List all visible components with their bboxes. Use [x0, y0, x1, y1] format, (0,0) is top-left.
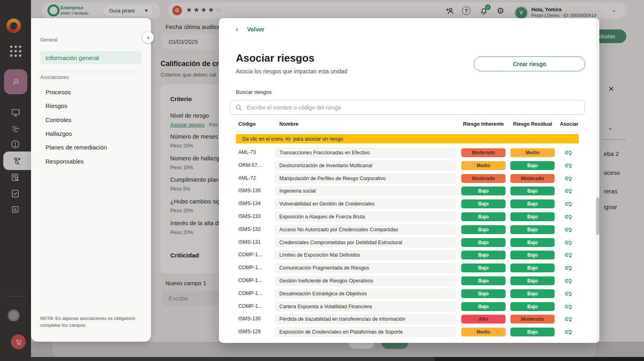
residual-risk-badge: Bajo [510, 161, 555, 170]
associate-risk-button[interactable] [559, 199, 577, 209]
risk-code: ISMS-129 [238, 329, 274, 334]
banner-text-post: para asociar un riesgo [293, 136, 343, 142]
associate-risk-button[interactable] [559, 314, 577, 324]
table-header: Código Nombre Riesgo Inherente Riesgo Re… [236, 121, 579, 132]
add-link-icon [564, 251, 572, 259]
associate-risk-button[interactable] [559, 250, 577, 260]
risk-name: Cartera Expuesta a Volatilidad Financier… [275, 301, 456, 312]
associate-risk-button[interactable] [559, 186, 577, 196]
residual-risk-badge: Bajo [510, 251, 555, 259]
risk-code: COMP-1... [238, 265, 274, 270]
search-label: Buscar riesgos [236, 89, 272, 95]
create-risk-button[interactable]: Crear riesgo [474, 56, 585, 71]
risk-code: COMP-1... [238, 278, 274, 283]
risk-table-body: AML-73Transacciones Fraccionadas en Efec… [236, 146, 579, 338]
residual-risk-badge: Bajo [510, 225, 555, 234]
panel-collapse-button[interactable]: ‹ [142, 32, 154, 43]
residual-risk-badge: Bajo [510, 302, 555, 311]
residual-risk-badge: Moderado [510, 315, 555, 324]
risk-code: ISMS-131 [238, 239, 274, 245]
add-link-icon [564, 213, 572, 221]
associate-risk-button[interactable] [559, 212, 577, 222]
sidebar-item-responsables[interactable]: Responsables [45, 158, 84, 165]
associate-risk-button[interactable] [559, 263, 577, 273]
risk-code: ISMS-133 [238, 214, 274, 219]
associate-risk-button[interactable] [559, 276, 577, 286]
risk-code: AML-73 [238, 149, 274, 155]
inherent-risk-badge: Medio [461, 161, 506, 170]
inherent-risk-badge: Bajo [461, 251, 506, 259]
table-row: ISMS-132Acceso No Autorizado por Credenc… [236, 223, 579, 236]
section-asociaciones-label: Asociaciones [40, 75, 69, 80]
associate-risk-button[interactable] [559, 327, 577, 337]
residual-risk-badge: Bajo [510, 289, 555, 298]
table-row: ISMS-134Vulnerabilidad en Gestión de Cre… [236, 197, 579, 210]
risk-code: ISMS-130 [238, 316, 274, 322]
col-riesgo-inherente: Riesgo Inherente [461, 121, 506, 127]
risk-name: Acceso No Autorizado por Credenciales Co… [275, 224, 456, 235]
risk-name: Desincronización de Inventario Multicana… [275, 160, 456, 171]
col-nombre: Nombre [279, 121, 298, 127]
add-link-icon [564, 328, 572, 336]
col-codigo: Código [238, 121, 256, 127]
inherent-risk-badge: Bajo [461, 289, 506, 298]
add-link-icon [564, 200, 572, 208]
add-link-icon [564, 239, 572, 247]
risk-name: Vulnerabilidad en Gestión de Credenciale… [275, 199, 456, 209]
associate-risk-button[interactable] [559, 148, 577, 158]
back-button[interactable]: ‹ Volver [236, 25, 264, 33]
residual-risk-badge: Bajo [510, 238, 555, 247]
inherent-risk-badge: Moderado [461, 174, 506, 183]
associate-risk-button[interactable] [559, 174, 577, 183]
associate-risk-button[interactable] [559, 302, 577, 311]
residual-risk-badge: Moderado [510, 174, 555, 183]
sidebar-item-procesos[interactable]: Procesos [45, 89, 71, 95]
modal-title: Asociar riesgos [236, 52, 314, 64]
residual-risk-badge: Bajo [510, 187, 555, 195]
panel-divider [40, 72, 142, 72]
modal-scrollbar-thumb[interactable] [596, 197, 599, 235]
risk-name: Comunicación Fragmentada de Riesgos [275, 263, 456, 273]
col-riesgo-residual: Riesgo Residual [510, 121, 555, 127]
residual-risk-badge: Bajo [510, 276, 555, 285]
section-general-label: General [40, 37, 58, 43]
info-banner: Da clic en el icono para asociar un ries… [236, 134, 579, 143]
residual-risk-badge: Bajo [510, 263, 555, 272]
associate-risk-button[interactable] [559, 238, 577, 247]
add-link-icon [564, 303, 572, 311]
inherent-risk-badge: Bajo [461, 187, 506, 195]
risk-name: Desalineación Estratégica de Objetivos [275, 288, 456, 299]
sidebar-item-informacion-general[interactable]: Información general [40, 51, 142, 64]
table-row: COMP-1...Comunicación Fragmentada de Rie… [236, 261, 579, 274]
sidebar-item-riesgos[interactable]: Riesgos [45, 102, 67, 109]
risk-code: COMP-1... [238, 303, 274, 309]
modal-scrollbar-track[interactable] [596, 18, 599, 343]
associate-risk-button[interactable] [559, 161, 577, 170]
sidebar-item-hallazgos[interactable]: Hallazgos [45, 130, 72, 137]
inherent-risk-badge: Bajo [461, 263, 506, 272]
inherent-risk-badge: Medio [461, 328, 506, 336]
residual-risk-badge: Bajo [510, 199, 555, 208]
risk-code: COMP-1... [238, 252, 274, 257]
add-link-icon [564, 187, 572, 195]
risk-name: Transacciones Fraccionadas en Efectivo [275, 147, 456, 158]
search-input[interactable] [246, 104, 561, 111]
sidebar-item-planes-de-remediaci-n[interactable]: Planes de remediación [45, 144, 107, 151]
risk-name: Credenciales Comprometidas por Debilidad… [275, 237, 456, 248]
inherent-risk-badge: Bajo [461, 212, 506, 221]
modal-subtitle: Asocia los riesgos que impactan esta uni… [236, 68, 347, 75]
associate-risk-button[interactable] [559, 289, 577, 299]
risk-code: ISMS-132 [238, 226, 274, 232]
inherent-risk-badge: Bajo [461, 238, 506, 247]
add-link-icon [564, 315, 572, 323]
panel-note: NOTA: En algunas asociaciones es obligat… [40, 315, 139, 328]
sidebar-item-controles[interactable]: Controles [45, 116, 71, 123]
associate-risk-button[interactable] [559, 225, 577, 234]
inherent-risk-badge: Moderado [461, 148, 506, 157]
chevron-left-icon: ‹ [147, 34, 149, 41]
add-link-icon [285, 136, 291, 142]
add-link-icon [564, 226, 572, 234]
risk-code: COMP-1... [238, 290, 274, 296]
app-screen: Enterprise 20487 / Ilimitado Guía pirani… [0, 0, 644, 361]
add-link-icon [564, 162, 572, 170]
